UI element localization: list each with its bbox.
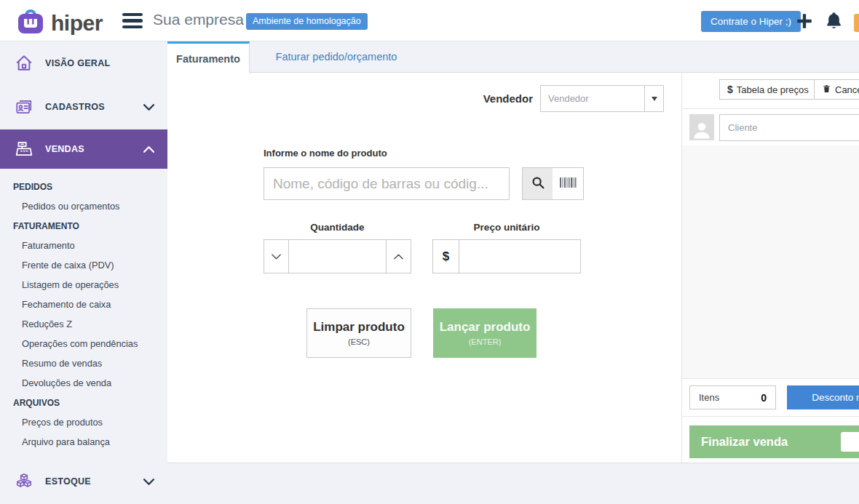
submenu-item-fechamento-de-caixa[interactable]: Fechamento de caixa bbox=[0, 295, 167, 314]
product-search-input[interactable] bbox=[264, 167, 510, 200]
quantity-label: Quantidade bbox=[264, 222, 411, 233]
submenu-item-arquivo-para-balanca[interactable]: Arquivo para balança bbox=[0, 432, 167, 452]
cancel-sale-button[interactable]: Cancelar venda bbox=[814, 79, 859, 100]
sale-panel-toolbar: $ Tabela de preços Cancelar venda bbox=[682, 73, 859, 109]
plus-icon[interactable] bbox=[795, 12, 814, 33]
main-content: Faturamento Faturar pedido/orçamento Ven… bbox=[167, 41, 859, 463]
trash-icon bbox=[822, 84, 831, 96]
sidebar-item-vendas[interactable]: VENDAS bbox=[0, 129, 167, 169]
sidebar-item-label: VENDAS bbox=[45, 144, 84, 154]
sidebar-item-label: ESTOQUE bbox=[45, 476, 91, 487]
submenu-item-resumo-de-vendas[interactable]: Resumo de vendas bbox=[0, 353, 167, 373]
submenu-group-faturamento: FATURAMENTO bbox=[0, 216, 167, 236]
vendedor-label: Vendedor bbox=[453, 92, 533, 105]
panel-divider bbox=[682, 416, 859, 417]
clear-product-label: Limpar produto bbox=[313, 320, 405, 335]
sale-panel: $ Tabela de preços Cancelar venda bbox=[681, 73, 859, 463]
home-icon bbox=[15, 54, 33, 73]
chevron-down-icon bbox=[143, 104, 154, 111]
billing-form: Vendedor Vendedor Informe o nome do prod… bbox=[167, 73, 681, 463]
finish-key-badge bbox=[841, 432, 859, 452]
hiper-logo: hiper bbox=[16, 8, 103, 38]
quantity-stepper bbox=[264, 239, 411, 273]
chevron-up-icon bbox=[143, 146, 154, 153]
unit-price-field: $ bbox=[432, 239, 581, 273]
client-row bbox=[682, 109, 859, 145]
submenu-item-frente-de-caixa[interactable]: Frente de caixa (PDV) bbox=[0, 255, 167, 275]
launch-product-button[interactable]: Lançar produto (ENTER) bbox=[433, 308, 537, 358]
currency-symbol: $ bbox=[433, 240, 459, 273]
submenu-item-precos-de-produtos[interactable]: Preços de produtos bbox=[0, 412, 167, 432]
sidebar-item-label: VISÃO GERAL bbox=[45, 58, 110, 68]
cash-register-icon bbox=[15, 140, 33, 159]
select-caret-icon[interactable] bbox=[644, 86, 663, 111]
contract-hiper-button[interactable]: Contrate o Hiper ;) bbox=[701, 11, 801, 32]
logo-wordmark: hiper bbox=[51, 11, 103, 36]
quantity-decrease-icon[interactable] bbox=[264, 240, 289, 273]
chevron-down-icon bbox=[143, 479, 154, 485]
sidebar-item-label: CADASTROS bbox=[45, 102, 105, 112]
finish-sale-button[interactable]: Finalizar venda bbox=[689, 425, 859, 458]
totals-row: Itens 0 Desconto na venda bbox=[682, 385, 859, 409]
quantity-input[interactable] bbox=[289, 240, 386, 273]
tab-bar: Faturamento Faturar pedido/orçamento bbox=[167, 41, 859, 73]
submenu-item-reducoes-z[interactable]: Reduções Z bbox=[0, 314, 167, 334]
submenu-group-pedidos: PEDIDOS bbox=[0, 177, 167, 196]
bell-icon[interactable] bbox=[824, 11, 844, 33]
submenu-group-arquivos: ARQUIVOS bbox=[0, 393, 167, 412]
clear-product-button[interactable]: Limpar produto (ESC) bbox=[306, 308, 411, 358]
cubes-icon bbox=[15, 472, 33, 491]
items-label: Itens bbox=[699, 392, 719, 403]
discount-button[interactable]: Desconto na venda bbox=[787, 385, 859, 409]
tab-faturar-pedido-orcamento[interactable]: Faturar pedido/orçamento bbox=[250, 41, 423, 72]
sale-items-area bbox=[682, 145, 859, 379]
submenu-item-operacoes-com-pendencias[interactable]: Operações com pendências bbox=[0, 334, 167, 353]
items-count: 0 bbox=[761, 392, 767, 404]
header: hiper Sua empresa Ambiente de homologaçã… bbox=[0, 0, 859, 41]
hiper-logo-icon bbox=[16, 8, 45, 38]
sidebar-item-visao-geral[interactable]: VISÃO GERAL bbox=[0, 51, 167, 76]
launch-product-label: Lançar produto bbox=[440, 320, 531, 335]
vendedor-select[interactable]: Vendedor bbox=[540, 85, 664, 112]
sidebar-item-estoque[interactable]: ESTOQUE bbox=[0, 468, 167, 495]
price-table-button[interactable]: $ Tabela de preços bbox=[719, 79, 817, 100]
vendas-submenu: PEDIDOS Pedidos ou orçamentos FATURAMENT… bbox=[0, 177, 167, 452]
search-button[interactable] bbox=[522, 167, 553, 200]
submenu-item-devolucoes-de-venda[interactable]: Devoluções de venda bbox=[0, 373, 167, 393]
items-count-box: Itens 0 bbox=[689, 385, 776, 409]
vendedor-select-placeholder: Vendedor bbox=[541, 86, 644, 111]
finish-sale-label: Finalizar venda bbox=[701, 435, 788, 449]
tab-faturamento[interactable]: Faturamento bbox=[167, 41, 250, 73]
environment-badge: Ambiente de homologação bbox=[246, 13, 368, 30]
launch-product-hint: (ENTER) bbox=[469, 337, 502, 346]
search-icon bbox=[530, 175, 546, 193]
client-avatar bbox=[689, 114, 714, 140]
barcode-button[interactable] bbox=[553, 167, 584, 200]
cutoff-user-badge[interactable] bbox=[854, 14, 859, 32]
id-card-icon bbox=[15, 97, 33, 116]
submenu-item-faturamento[interactable]: Faturamento bbox=[0, 236, 167, 255]
menu-hamburger-icon[interactable] bbox=[122, 13, 143, 28]
submenu-item-listagem-de-operacoes[interactable]: Listagem de operações bbox=[0, 275, 167, 295]
product-name-label: Informe o nome do produto bbox=[264, 148, 387, 159]
submenu-item-pedidos-ou-orcamentos[interactable]: Pedidos ou orçamentos bbox=[0, 196, 167, 216]
clear-product-hint: (ESC) bbox=[348, 337, 370, 346]
dollar-icon: $ bbox=[727, 84, 733, 95]
company-name: Sua empresa bbox=[153, 11, 244, 28]
barcode-icon bbox=[559, 176, 577, 192]
sidebar-item-cadastros[interactable]: CADASTROS bbox=[0, 95, 167, 119]
client-input[interactable] bbox=[719, 114, 859, 141]
unit-price-input[interactable] bbox=[459, 240, 580, 273]
sidebar: VISÃO GERAL CADASTROS V bbox=[0, 41, 167, 504]
unit-price-label: Preço unitário bbox=[432, 222, 581, 233]
quantity-increase-icon[interactable] bbox=[386, 240, 411, 273]
